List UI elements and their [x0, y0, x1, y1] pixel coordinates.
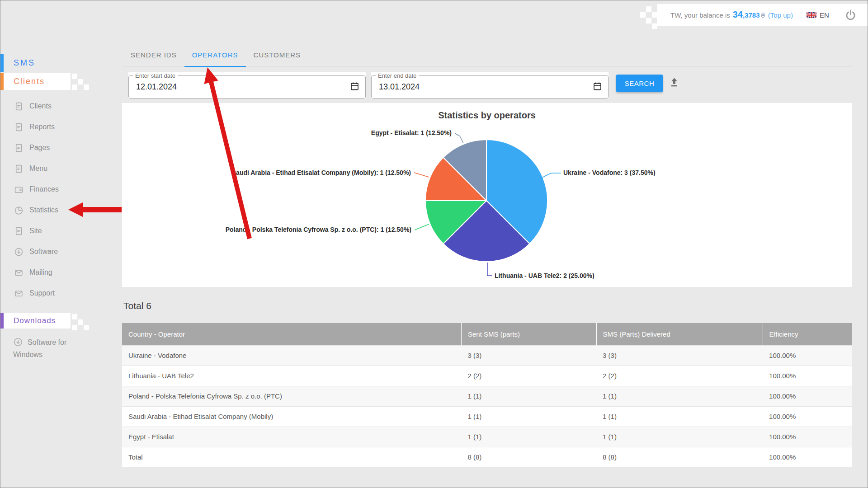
table-cell: 3 (3) [596, 345, 763, 366]
section-label-sms: SMS [14, 58, 35, 68]
tab-bar: SENDER IDSOPERATORSCUSTOMERS [122, 43, 852, 67]
download-icon [14, 247, 24, 257]
tab-operators[interactable]: OPERATORS [184, 43, 246, 66]
pie-leader-line [541, 173, 561, 178]
table-cell: Egypt - Etisalat [122, 427, 462, 447]
table-header-row: Country - OperatorSent SMS (parts)SMS (P… [122, 323, 852, 345]
start-date-label: Enter start date [133, 72, 178, 79]
uk-flag-icon [807, 12, 816, 18]
table-row: Total8 (8)8 (8)100.00% [122, 447, 852, 467]
sidebar-item-mailing[interactable]: Mailing [0, 262, 123, 283]
pixel-decoration [72, 84, 77, 90]
pie-label-4: Egypt - Etisalat: 1 (12.50%) [371, 129, 452, 136]
sidebar-item-reports[interactable]: Reports [0, 117, 123, 137]
pie-chart-icon [14, 206, 24, 215]
sidebar-item-label: Mailing [29, 268, 52, 277]
calendar-icon[interactable] [593, 81, 602, 93]
pixel-decoration [84, 325, 89, 330]
sidebar-item-pages[interactable]: Pages [0, 137, 123, 158]
sidebar-item-software[interactable]: Software [0, 241, 123, 262]
wallet-icon [14, 185, 24, 194]
sidebar-item-label: Statistics [29, 206, 58, 214]
sidebar-section-sms[interactable]: SMS [0, 54, 123, 72]
export-upload-button[interactable] [668, 77, 680, 89]
section-accent-bar [0, 54, 4, 72]
table-cell: 100.00% [763, 386, 852, 406]
sidebar-item-menu[interactable]: Menu [0, 158, 123, 179]
sidebar-item-label: Menu [29, 164, 47, 173]
end-date-label: Enter end date [376, 72, 419, 79]
table-cell: 3 (3) [462, 345, 597, 366]
table-cell: 1 (1) [596, 427, 763, 447]
currency-symbol: ₴ [761, 11, 765, 19]
table-cell: 100.00% [763, 406, 852, 427]
end-date-field[interactable]: Enter end date 13.01.2024 [371, 72, 609, 99]
search-button[interactable]: SEARCH [616, 75, 663, 92]
table-cell: 100.00% [763, 447, 852, 467]
calendar-icon[interactable] [350, 81, 359, 93]
end-date-value: 13.01.2024 [379, 82, 420, 92]
pie-label-1: Lithuania - UAB Tele2: 2 (25.00%) [495, 272, 594, 279]
top-up-link[interactable]: (Top up) [768, 11, 793, 19]
table-cell: 8 (8) [462, 447, 597, 467]
table-cell: 2 (2) [596, 366, 763, 386]
document-icon [14, 164, 24, 174]
table-row: Saudi Arabia - Etihad Etisalat Company (… [122, 406, 852, 427]
section-accent-bar [0, 73, 4, 90]
balance-integer: 34 [733, 9, 743, 19]
sidebar-section-downloads[interactable]: Downloads [0, 313, 71, 328]
pixel-decoration [646, 18, 651, 23]
pie-leader-line [415, 224, 429, 230]
sidebar-section-clients[interactable]: Clients [0, 73, 71, 90]
sidebar-item-label: Finances [29, 185, 59, 193]
sidebar-item-finances[interactable]: Finances [0, 179, 123, 200]
pixel-decoration [72, 325, 77, 330]
tab-customers[interactable]: CUSTOMERS [246, 43, 309, 66]
sidebar-item-software-for-windows[interactable]: Software for Windows [13, 336, 92, 361]
tab-sender-ids[interactable]: SENDER IDS [123, 43, 184, 66]
sidebar-item-label: Reports [29, 123, 55, 131]
statistics-page: { "topbar": { "balance_label": "TW, your… [0, 0, 868, 488]
sidebar-item-label: Pages [29, 144, 50, 152]
section-label-downloads: Downloads [14, 316, 56, 325]
sidebar-item-clients[interactable]: Clients [0, 96, 123, 117]
envelope-icon [14, 289, 24, 298]
section-accent-bar [0, 313, 4, 328]
start-date-field[interactable]: Enter start date 12.01.2024 [128, 72, 366, 99]
power-icon [844, 9, 857, 21]
table-cell: 1 (1) [462, 386, 597, 406]
pixel-decoration [78, 79, 83, 84]
sidebar-item-site[interactable]: Site [0, 221, 123, 241]
table-row: Poland - Polska Telefonia Cyfrowa Sp. z … [122, 386, 852, 406]
table-row: Lithuania - UAB Tele22 (2)2 (2)100.00% [122, 366, 852, 386]
logout-button[interactable] [844, 9, 857, 21]
pixel-decoration [652, 23, 657, 29]
pie-label-0: Ukraine - Vodafone: 3 (37.50%) [563, 169, 656, 176]
balance-label: TW, your balance is [670, 11, 730, 19]
table-cell: 1 (1) [462, 406, 597, 427]
balance-amount[interactable]: 34,3783₴ [733, 9, 765, 21]
top-bar: TW, your balance is 34,3783₴ (Top up) EN [657, 4, 868, 26]
language-code: EN [820, 11, 829, 19]
table-cell: Saudi Arabia - Etihad Etisalat Company (… [122, 406, 462, 427]
sidebar-item-label: Software [29, 248, 58, 256]
sidebar-item-statistics[interactable]: Statistics [0, 200, 123, 221]
pixel-decoration [652, 12, 657, 18]
table-cell: 1 (1) [596, 386, 763, 406]
table-header-cell: Country - Operator [122, 323, 462, 345]
pie-leader-line [487, 263, 492, 276]
table-row: Egypt - Etisalat1 (1)1 (1)100.00% [122, 427, 852, 447]
operators-pie-chart [122, 103, 852, 287]
document-icon [14, 102, 24, 111]
table-cell: 100.00% [763, 366, 852, 386]
sidebar-item-support[interactable]: Support [0, 283, 123, 304]
total-count-heading: Total 6 [123, 300, 151, 311]
document-icon [14, 226, 24, 236]
section-label-clients: Clients [14, 77, 45, 86]
sidebar-menu: ClientsReportsPagesMenuFinancesStatistic… [0, 96, 123, 304]
start-date-value: 12.01.2024 [136, 82, 177, 92]
language-selector[interactable]: EN [807, 11, 829, 19]
sidebar-item-label: Support [29, 289, 55, 297]
upload-icon [668, 77, 680, 88]
pie-label-3: Saudi Arabia - Etihad Etisalat Company (… [232, 169, 411, 176]
